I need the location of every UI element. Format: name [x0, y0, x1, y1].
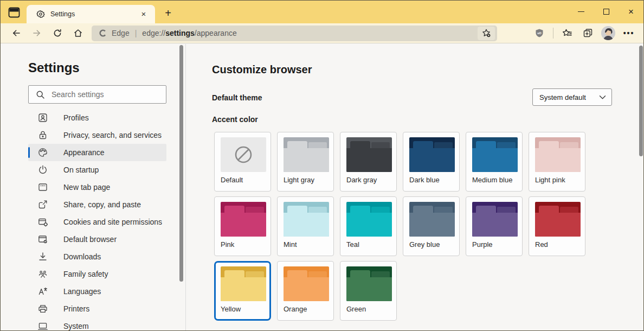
sidebar-item-printers[interactable]: Printers: [28, 300, 166, 317]
window-controls: ×: [569, 1, 643, 22]
accent-color-swatch-yellow[interactable]: Yellow: [214, 261, 271, 321]
accent-color-name: Dark blue: [409, 176, 454, 184]
search-settings-input[interactable]: [51, 90, 149, 99]
sidebar-item-default-browser[interactable]: Default browser: [28, 231, 166, 248]
prohibition-icon: [221, 137, 266, 172]
new-tab-page-icon: [37, 182, 48, 193]
sidebar-item-profiles[interactable]: Profiles: [28, 109, 166, 126]
profile-button[interactable]: [599, 25, 617, 41]
search-settings-box[interactable]: [28, 85, 166, 104]
add-favorite-button[interactable]: [478, 27, 495, 40]
accent-color-swatch-grey-blue[interactable]: Grey blue: [403, 196, 460, 256]
reload-button[interactable]: [47, 25, 68, 41]
sidebar-item-appearance[interactable]: Appearance: [28, 144, 166, 161]
languages-icon: [37, 286, 48, 297]
accent-color-preview: [284, 137, 329, 172]
settings-more-button[interactable]: •••: [620, 25, 638, 41]
accent-color-swatch-medium-blue[interactable]: Medium blue: [466, 132, 523, 192]
accent-color-swatch-light-gray[interactable]: Light gray: [277, 132, 334, 192]
chevron-down-icon: [599, 95, 606, 100]
accent-color-name: Teal: [346, 240, 391, 249]
collections-icon: [583, 28, 593, 38]
accent-color-preview: [221, 266, 266, 301]
accent-color-swatch-dark-gray[interactable]: Dark gray: [340, 132, 397, 192]
sidebar-item-on-startup[interactable]: On startup: [28, 161, 166, 179]
close-button[interactable]: ×: [619, 1, 643, 22]
sidebar-item-label: Default browser: [63, 235, 117, 244]
accent-color-preview: [221, 202, 266, 237]
accent-color-name: Mint: [284, 240, 329, 249]
sidebar-item-share-copy-and-paste[interactable]: Share, copy, and paste: [28, 196, 166, 213]
accent-color-name: Grey blue: [409, 240, 454, 249]
accent-color-swatch-mint[interactable]: Mint: [277, 196, 334, 256]
close-icon: ×: [628, 7, 634, 16]
sidebar-scrollbar[interactable]: [179, 45, 183, 282]
sidebar-item-label: Downloads: [63, 252, 101, 261]
accent-color-preview: [409, 137, 455, 172]
accent-color-swatch-red[interactable]: Red: [529, 196, 585, 256]
appearance-icon: [37, 147, 48, 158]
accent-color-preview: [409, 202, 455, 237]
accent-color-swatch-pink[interactable]: Pink: [214, 196, 271, 256]
tab-actions-icon: [8, 7, 22, 18]
browser-window: Settings × + × Edge | edge://s: [0, 0, 644, 331]
new-tab-button[interactable]: +: [161, 6, 175, 20]
accent-color-name: Light pink: [535, 176, 580, 184]
appearance-content: Customize browser Default theme System d…: [186, 44, 643, 331]
home-button[interactable]: [68, 25, 88, 41]
star-list-icon: [562, 28, 572, 38]
sidebar-item-cookies-and-site-permissions[interactable]: Cookies and site permissions: [28, 213, 166, 231]
power-icon: [37, 164, 48, 175]
sidebar-item-downloads[interactable]: Downloads: [28, 248, 166, 265]
url-text: edge://settings/appearance: [142, 29, 236, 37]
sidebar-item-label: Printers: [63, 304, 89, 313]
sidebar-item-label: System: [63, 322, 89, 330]
accent-color-swatch-light-pink[interactable]: Light pink: [529, 132, 585, 192]
collections-button[interactable]: [578, 25, 597, 41]
accent-color-swatch-green[interactable]: Green: [340, 261, 397, 321]
back-button[interactable]: [6, 25, 27, 41]
sidebar-item-languages[interactable]: Languages: [28, 283, 166, 300]
toolbar-right-cluster: uO •••: [530, 25, 638, 41]
sidebar-item-family-safety[interactable]: Family safety: [28, 265, 166, 283]
privacy-icon: [37, 130, 48, 141]
accent-color-swatch-default[interactable]: Default: [214, 132, 271, 192]
favorites-button[interactable]: [558, 25, 576, 41]
forward-icon: [32, 28, 42, 38]
sidebar-item-label: Languages: [63, 287, 101, 296]
default-theme-label: Default theme: [212, 93, 262, 102]
home-icon: [73, 28, 83, 38]
sidebar-item-label: Cookies and site permissions: [63, 218, 162, 226]
accent-color-name: Red: [535, 240, 580, 249]
theme-dropdown[interactable]: System default: [532, 88, 612, 106]
tab-close-button[interactable]: ×: [138, 8, 150, 20]
minimize-button[interactable]: [569, 1, 594, 22]
accent-color-swatch-dark-blue[interactable]: Dark blue: [403, 132, 460, 192]
accent-color-swatch-purple[interactable]: Purple: [466, 196, 523, 256]
sidebar-item-system[interactable]: System: [28, 317, 166, 331]
sidebar-item-privacy-search-and-services[interactable]: Privacy, search, and services: [28, 126, 166, 144]
forward-button[interactable]: [27, 25, 47, 41]
accent-color-name: Medium blue: [472, 176, 517, 184]
browser-tab-settings[interactable]: Settings ×: [27, 5, 155, 23]
default-browser-icon: [37, 234, 48, 245]
accent-color-swatch-teal[interactable]: Teal: [340, 196, 397, 256]
address-bar[interactable]: Edge | edge://settings/appearance: [92, 26, 497, 41]
maximize-button[interactable]: [594, 1, 619, 22]
sidebar-item-label: Appearance: [63, 148, 105, 157]
accent-color-preview: [284, 266, 329, 301]
settings-sidebar: Settings Profiles Privacy, search, and s…: [1, 44, 185, 331]
accent-color-preview: [346, 202, 392, 237]
content-scrollbar[interactable]: [639, 46, 643, 156]
site-label: Edge: [112, 29, 130, 37]
ellipsis-icon: •••: [623, 29, 635, 37]
sidebar-item-label: Profiles: [63, 113, 89, 122]
tab-actions-button[interactable]: [8, 6, 22, 19]
sidebar-item-new-tab-page[interactable]: New tab page: [28, 179, 166, 196]
accent-color-preview: [221, 137, 266, 172]
accent-color-swatch-orange[interactable]: Orange: [277, 261, 334, 321]
extension-ublock-button[interactable]: uO: [530, 25, 549, 41]
accent-color-name: Green: [346, 305, 391, 313]
toolbar: Edge | edge://settings/appearance uO: [1, 23, 643, 43]
accent-color-preview: [346, 266, 392, 301]
